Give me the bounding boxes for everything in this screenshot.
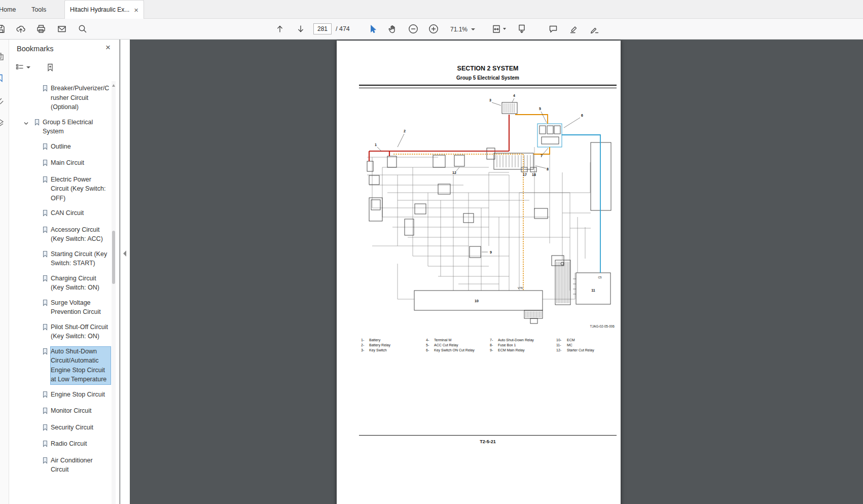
bookmark-icon [42, 209, 48, 220]
highlight-icon[interactable] [568, 23, 580, 34]
section-title: SECTION 2 SYSTEM [359, 65, 617, 72]
bookmark-item[interactable]: Breaker/Pulverizer/Crusher Circuit (Opti… [9, 81, 111, 115]
tab-bar: Home Tools Hitachi Hydraulic Ex... × [0, 0, 863, 19]
bookmark-icon [42, 440, 48, 450]
legend-entry: 6-Key Switch ON Cut Relay [426, 348, 490, 353]
bookmark-item[interactable]: Outline [9, 139, 111, 156]
chevron-down-icon [26, 66, 30, 68]
page-up-icon[interactable] [274, 23, 285, 34]
expand-bookmark-icon[interactable] [46, 63, 55, 72]
zoom-out-icon[interactable] [408, 23, 419, 34]
bookmark-item[interactable]: Accessory Circuit (Key Switch: ACC) [9, 223, 111, 247]
bookmark-item[interactable]: Auto Shut-Down Circuit/Automatic Engine … [9, 344, 111, 387]
bookmark-label: Air Conditioner Circuit [51, 456, 111, 475]
sign-icon[interactable] [589, 23, 600, 34]
page-down-icon[interactable] [295, 23, 306, 34]
search-icon[interactable] [77, 23, 88, 34]
legend-entry: 5-ACC Cut Relay [426, 343, 490, 348]
collapse-panel-icon[interactable] [123, 250, 126, 257]
bookmark-label: Group 5 Electrical System [43, 118, 102, 136]
email-icon[interactable] [56, 23, 67, 34]
legend-entry: 12-Starter Cut Relay [556, 348, 619, 353]
bookmark-item[interactable]: CAN Circuit [9, 206, 111, 223]
bookmark-item[interactable]: Charging Circuit (Key Switch: ON) [9, 271, 111, 296]
acrobat-window: Home Tools Hitachi Hydraulic Ex... × / 4… [0, 0, 863, 504]
zoom-in-icon[interactable] [428, 23, 439, 34]
bookmark-icon [42, 407, 48, 417]
bookmark-icon [42, 159, 48, 169]
diagram-callout: 10 [475, 299, 479, 303]
document-tab[interactable]: Hitachi Hydraulic Ex... × [64, 0, 144, 19]
attachments-icon[interactable] [0, 96, 5, 105]
options-icon[interactable] [15, 63, 30, 72]
callout-labels: 1234567891011121718V76C5 [375, 94, 601, 303]
bookmark-item[interactable]: Air Conditioner Circuit [9, 453, 111, 478]
bookmark-item[interactable]: Electric Power Circuit (Key Switch: OFF) [9, 172, 111, 206]
page-number-input[interactable] [313, 23, 332, 34]
pdf-page: SECTION 2 SYSTEM Group 5 Electrical Syst… [337, 41, 621, 504]
panel-scrollbar[interactable] [112, 81, 116, 504]
diagram-callout: V76 [518, 286, 523, 290]
close-icon[interactable]: × [105, 43, 111, 52]
panel-title: Bookmarks [17, 45, 54, 53]
navigation-rail [0, 40, 9, 504]
diagram-callout: C5 [598, 276, 601, 279]
legend-column: 4-Terminal M5-ACC Cut Relay6-Key Switch … [426, 338, 490, 353]
bookmark-item[interactable]: Main Circuit [9, 156, 111, 172]
bookmark-item[interactable]: Engine Stop Circuit [9, 387, 111, 404]
legend-entry: 2-Battery Relay [361, 343, 426, 348]
close-icon[interactable]: × [134, 6, 138, 14]
bookmark-item[interactable]: Pilot Shut-Off Circuit (Key Switch: ON) [9, 320, 111, 344]
zoom-level-select[interactable]: 71.1% [448, 23, 477, 35]
fit-width-icon[interactable] [491, 23, 502, 34]
document-tab-label: Hitachi Hydraulic Ex... [70, 6, 129, 13]
scrollbar-thumb[interactable] [112, 231, 115, 284]
zoom-level-value: 71.1% [450, 26, 468, 33]
bookmark-icon [42, 457, 48, 467]
legend-entry: 9-ECM Main Relay [490, 348, 556, 353]
chevron-down-icon[interactable] [503, 28, 506, 30]
diagram-callout: 4 [513, 94, 515, 97]
bookmark-item[interactable]: Group 5 Electrical System [9, 115, 111, 139]
bookmarks-icon[interactable] [0, 74, 5, 83]
tab-tools[interactable]: Tools [24, 0, 53, 19]
bookmark-icon [42, 275, 48, 285]
document-canvas[interactable]: SECTION 2 SYSTEM Group 5 Electrical Syst… [130, 40, 863, 504]
legend-column: 7-Auto Shut-Down Relay8-Fuse Box 19-ECM … [490, 338, 556, 353]
scroll-up-icon[interactable] [112, 84, 115, 87]
select-tool-icon[interactable] [367, 23, 378, 34]
bookmark-icon [42, 226, 48, 236]
bookmark-label: Radio Circuit [51, 439, 87, 449]
bookmark-label: Main Circuit [51, 158, 84, 168]
bookmarks-list: Breaker/Pulverizer/Crusher Circuit (Opti… [9, 81, 111, 504]
bookmark-item[interactable]: Monitor Circuit [9, 404, 111, 420]
page-scroll-icon[interactable] [516, 23, 527, 34]
thumbnails-icon[interactable] [0, 52, 5, 61]
print-icon[interactable] [35, 23, 47, 34]
tab-home[interactable]: Home [0, 0, 23, 19]
bookmark-icon [42, 424, 48, 434]
diagram-callout: 9 [490, 250, 492, 254]
layers-icon[interactable] [0, 118, 5, 127]
diagram-callout: 1 [375, 143, 377, 147]
bookmark-label: Electric Power Circuit (Key Switch: OFF) [51, 175, 111, 203]
legend-entry: 7-Auto Shut-Down Relay [490, 338, 556, 343]
wiring-diagram: 1234567891011121718V76C5 TJAG-02-05-006 [337, 91, 617, 330]
title-rule-thick [359, 85, 617, 86]
bookmark-item[interactable]: Starting Circuit (Key Switch: START) [9, 247, 111, 271]
panel-gutter [120, 40, 130, 504]
hand-tool-icon[interactable] [387, 23, 398, 34]
footer-rule [359, 435, 617, 436]
bookmark-item[interactable]: Surge Voltage Prevention Circuit [9, 296, 111, 320]
cloud-upload-icon[interactable] [15, 23, 26, 34]
main-toolbar: / 474 71.1% [0, 19, 863, 40]
diagram-callout: 6 [581, 114, 583, 117]
bookmark-item[interactable]: Radio Circuit [9, 437, 111, 453]
chevron-down-icon[interactable] [23, 120, 29, 125]
bookmark-label: Pilot Shut-Off Circuit (Key Switch: ON) [51, 322, 111, 341]
bookmark-label: Surge Voltage Prevention Circuit [51, 298, 111, 317]
colored-wires [369, 115, 600, 290]
bookmark-item[interactable]: Security Circuit [9, 420, 111, 437]
comment-icon[interactable] [548, 23, 559, 34]
save-icon[interactable] [0, 23, 6, 34]
